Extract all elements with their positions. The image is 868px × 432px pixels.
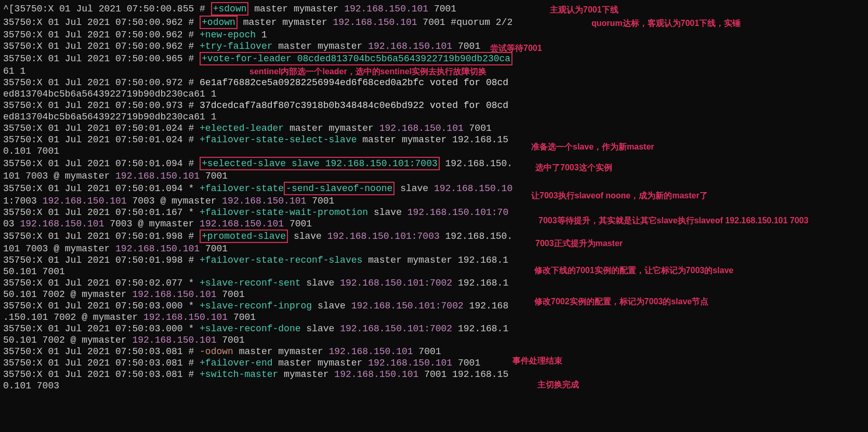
log-segment: 192.168.150.101:7002: [340, 323, 452, 334]
log-segment: 35750:X 01 Jul 2021 07:50:01.024 #: [3, 134, 200, 145]
log-segment: 1:7003: [3, 196, 43, 206]
log-segment: 192.168.150.101: [143, 312, 228, 322]
log-segment: 7001: [428, 4, 456, 14]
event-highlight-box: +sdown: [211, 2, 249, 16]
log-segment: +failover-end: [200, 358, 272, 368]
log-line: 35750:X 01 Jul 2021 07:50:02.077 * +slav…: [3, 277, 865, 289]
log-segment: +new-epoch: [200, 30, 256, 40]
log-segment: 50.101 7002 @ mymaster: [3, 335, 132, 345]
log-line: 35750:X 01 Jul 2021 07:50:03.081 # -odow…: [3, 346, 865, 357]
log-segment: slave: [312, 301, 351, 311]
log-segment: 50.101 7001: [3, 266, 65, 277]
log-segment: 35750:X 01 Jul 2021 07:50:02.077 *: [3, 278, 200, 288]
log-segment: master mymaster: [273, 41, 369, 51]
log-segment: 35750:X 01 Jul 2021 07:50:01.024 #: [3, 123, 200, 133]
log-line: 1:7003 192.168.150.101 7003 @ mymaster 1…: [3, 195, 865, 207]
log-line: 101 7003 @ mymaster 192.168.150.101 7001: [3, 243, 865, 254]
log-segment: +failover-state-wait-promotion: [200, 207, 368, 218]
log-segment: 101 7003 @ mymaster: [3, 171, 115, 181]
log-line: 35750:X 01 Jul 2021 07:50:03.081 # +fail…: [3, 357, 865, 369]
log-segment: 35750:X 01 Jul 2021 07:50:01.167 *: [3, 207, 200, 218]
annotation-label: 主观认为7001下线: [550, 4, 619, 16]
log-segment: 192.168.150.101: [368, 41, 452, 51]
log-segment: 192.168.150.101: [200, 219, 284, 229]
log-segment: slave: [301, 278, 340, 288]
log-segment: +switch-master: [200, 369, 278, 380]
log-segment: master mymaster: [233, 346, 329, 357]
log-line: 35750:X 01 Jul 2021 07:50:01.024 # +fail…: [3, 134, 865, 145]
log-segment: 1: [256, 30, 267, 40]
log-segment: +slave-reconf-done: [200, 323, 300, 334]
log-segment: 50.101 7002 @ mymaster: [3, 289, 132, 300]
log-segment: 192.168.150.101: [132, 289, 216, 300]
log-line: 50.101 7002 @ mymaster 192.168.150.101 7…: [3, 334, 865, 346]
log-segment: 35750:X 01 Jul 2021 07:50:03.000 *: [3, 323, 200, 334]
log-segment: 7001: [284, 219, 312, 229]
log-line: 35750:X 01 Jul 2021 07:50:00.962 # +new-…: [3, 29, 865, 40]
log-segment: 35750:X 01 Jul 2021 07:50:03.081 #: [3, 346, 200, 357]
annotation-label: 让7003执行slaveof noone，成为新的master了: [531, 190, 708, 201]
log-segment: 192.168.150.101: [20, 219, 104, 229]
log-segment: 192.168.150.101: [329, 346, 413, 357]
log-line: 35750:X 01 Jul 2021 07:50:03.000 * +slav…: [3, 323, 865, 334]
annotation-label: 事件处理结束: [512, 355, 562, 367]
annotation-label: 修改下线的7001实例的配置，让它标记为7003的slave: [534, 265, 733, 276]
log-line: 101 7003 @ mymaster 192.168.150.101 7001: [3, 170, 865, 182]
log-segment: +failover-state: [200, 183, 284, 194]
log-segment: 192.168.150.101:7002: [340, 278, 452, 288]
log-line: ed813704bc5b6a5643922719b90db230ca61 1: [3, 111, 865, 123]
log-segment: +slave-reconf-inprog: [200, 301, 312, 311]
log-line: .150.101 7002 @ mymaster 192.168.150.101…: [3, 312, 865, 323]
log-segment: 7003 @ mymaster: [127, 196, 222, 206]
log-segment: ed813704bc5b6a5643922719b90db230ca61 1: [3, 112, 216, 122]
log-segment: 192.168.150.: [440, 231, 512, 241]
annotation-label: 尝试等待7001: [490, 43, 542, 54]
event-highlight-box: -send-slaveof-noone: [284, 182, 394, 195]
log-line: 35750:X 01 Jul 2021 07:50:01.998 # +prom…: [3, 230, 865, 243]
annotation-label: quorum达标，客观认为7001下线，实锤: [591, 18, 741, 29]
log-line: 50.101 7002 @ mymaster 192.168.150.101 7…: [3, 289, 865, 300]
log-segment: 7001: [452, 41, 480, 51]
log-segment: 192.168.150.101:70: [407, 207, 508, 218]
log-line: 35750:X 01 Jul 2021 07:50:03.081 # +swit…: [3, 369, 865, 380]
log-segment: 03: [3, 219, 20, 229]
event-highlight-box: +promoted-slave: [200, 230, 288, 243]
event-highlight-box: +selected-slave slave 192.168.150.101:70…: [200, 157, 440, 170]
log-line: 35750:X 01 Jul 2021 07:50:00.962 # +try-…: [3, 40, 865, 52]
event-highlight-box: +odown: [200, 16, 238, 29]
log-segment: 192.168: [464, 301, 508, 311]
log-segment: 7001: [452, 358, 480, 368]
log-segment: 0.101 7003: [3, 381, 59, 391]
log-segment: .150.101 7002 @ mymaster: [3, 312, 143, 322]
log-segment: 192.168.150.101: [115, 171, 200, 181]
log-segment: slave: [368, 207, 407, 218]
log-segment: ed813704bc5b6a5643922719b90db230ca61 1: [3, 89, 216, 99]
annotation-label: 准备选一个slave，作为新master: [531, 141, 654, 153]
log-segment: 192.168.150.: [440, 158, 512, 169]
log-segment: 35750:X 01 Jul 2021 07:50:00.962 #: [3, 17, 200, 28]
log-segment: 7001: [200, 171, 228, 181]
log-segment: 35750:X 01 Jul 2021 07:50:01.094 *: [3, 183, 200, 194]
log-segment: slave: [394, 183, 434, 194]
log-segment: 7001: [306, 196, 334, 206]
annotation-label: 7003正式提升为master: [535, 238, 623, 249]
log-segment: 6e1af76882ce5a09282256994ed6f68ced0a2bfc…: [200, 77, 508, 88]
log-segment: 35750:X 01 Jul 2021 07:50:00.962 #: [3, 30, 200, 40]
log-line: ed813704bc5b6a5643922719b90db230ca61 1: [3, 88, 865, 100]
log-segment: 192.168.1: [452, 323, 508, 334]
log-line: 35750:X 01 Jul 2021 07:50:01.024 # +elec…: [3, 123, 865, 134]
log-segment: 192.168.150.101:7003: [327, 231, 440, 241]
log-segment: slave: [301, 323, 340, 334]
log-line: 35750:X 01 Jul 2021 07:50:00.973 # 37dce…: [3, 100, 865, 111]
log-line: 35750:X 01 Jul 2021 07:50:01.094 * +fail…: [3, 182, 865, 195]
event-highlight-box: +vote-for-leader 08cded813704bc5b6a56439…: [200, 52, 512, 65]
log-segment: 7001: [228, 312, 256, 322]
log-segment: 0.101 7001: [3, 146, 59, 156]
log-segment: 7001: [200, 244, 228, 254]
log-segment: slave: [288, 231, 327, 241]
log-segment: master mymaster 192.168.1: [362, 255, 508, 265]
annotation-label: 主切换完成: [537, 379, 579, 390]
log-segment: 192.168.150.101: [344, 4, 428, 14]
log-segment: -odown: [200, 346, 233, 357]
log-segment: master mymaster: [248, 4, 344, 14]
